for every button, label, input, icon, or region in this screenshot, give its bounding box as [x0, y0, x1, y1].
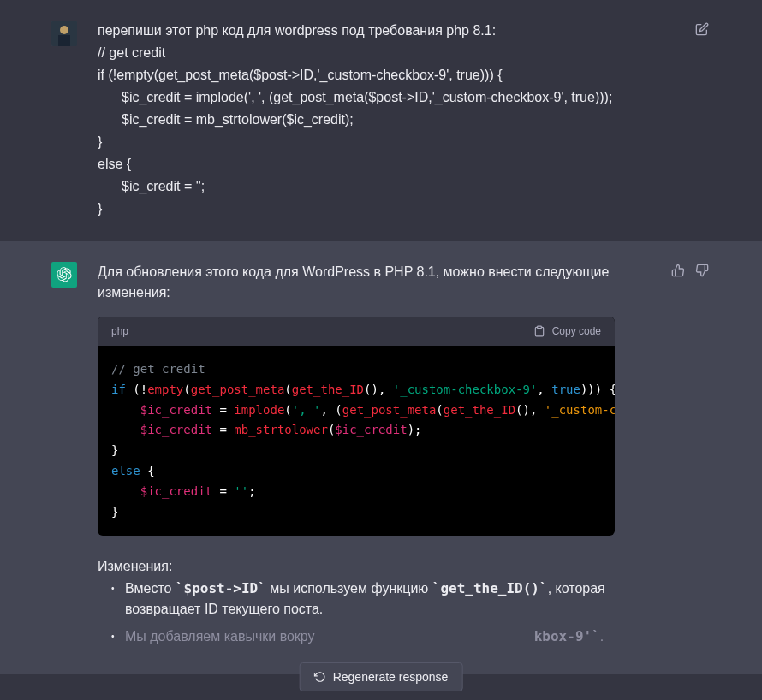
regenerate-label: Regenerate response — [333, 670, 449, 684]
copy-label: Copy code — [552, 323, 601, 339]
user-content: перепиши этот php код для wordpress под … — [98, 21, 673, 221]
user-text-line: перепиши этот php код для wordpress под … — [98, 21, 639, 41]
user-text-line: $ic_credit = ''; — [98, 176, 639, 197]
thumbs-up-icon — [671, 264, 685, 277]
user-message: перепиши этот php код для wordpress под … — [0, 0, 762, 241]
svg-point-1 — [60, 26, 68, 34]
assistant-content: Для обновления этого кода для WordPress … — [98, 262, 649, 654]
user-text-line: $ic_credit = mb_strtolower($ic_credit); — [98, 110, 639, 130]
assistant-intro: Для обновления этого кода для WordPress … — [98, 262, 615, 303]
assistant-avatar — [51, 262, 77, 288]
changes-title: Изменения: — [98, 556, 615, 577]
edit-button[interactable] — [694, 21, 711, 38]
svg-rect-3 — [537, 326, 541, 328]
openai-icon — [57, 267, 72, 282]
thumbs-up-button[interactable] — [670, 262, 687, 279]
code-language: php — [111, 323, 128, 339]
user-text-line: $ic_credit = implode(', ', (get_post_met… — [98, 87, 639, 108]
code-content: // get credit if (!empty(get_post_meta(g… — [98, 346, 615, 536]
code-block: php Copy code // get credit if (!empty(g… — [98, 317, 615, 536]
user-text-line: } — [98, 132, 639, 152]
assistant-message: Для обновления этого кода для WordPress … — [0, 241, 762, 674]
user-text-line: } — [98, 199, 639, 219]
copy-code-button[interactable]: Copy code — [533, 323, 601, 339]
regenerate-button[interactable]: Regenerate response — [300, 662, 463, 691]
user-text-line: else { — [98, 154, 639, 175]
edit-icon — [695, 22, 709, 36]
thumbs-down-button[interactable] — [694, 262, 711, 279]
clipboard-icon — [533, 325, 545, 337]
user-text-line: if (!empty(get_post_meta($post->ID,'_cus… — [98, 65, 639, 86]
code-header: php Copy code — [98, 317, 615, 346]
user-avatar — [51, 21, 77, 46]
svg-rect-2 — [58, 35, 70, 46]
list-item: Вместо `$post->ID` мы используем функцию… — [111, 578, 615, 620]
changes-list: Вместо `$post->ID` мы используем функцию… — [98, 578, 615, 647]
user-text-line: // get credit — [98, 43, 639, 63]
refresh-icon — [314, 671, 326, 683]
list-item: Мы добавляем кавычки вокруXXXXXXXXXXXXXX… — [111, 626, 615, 647]
thumbs-down-icon — [695, 264, 709, 277]
